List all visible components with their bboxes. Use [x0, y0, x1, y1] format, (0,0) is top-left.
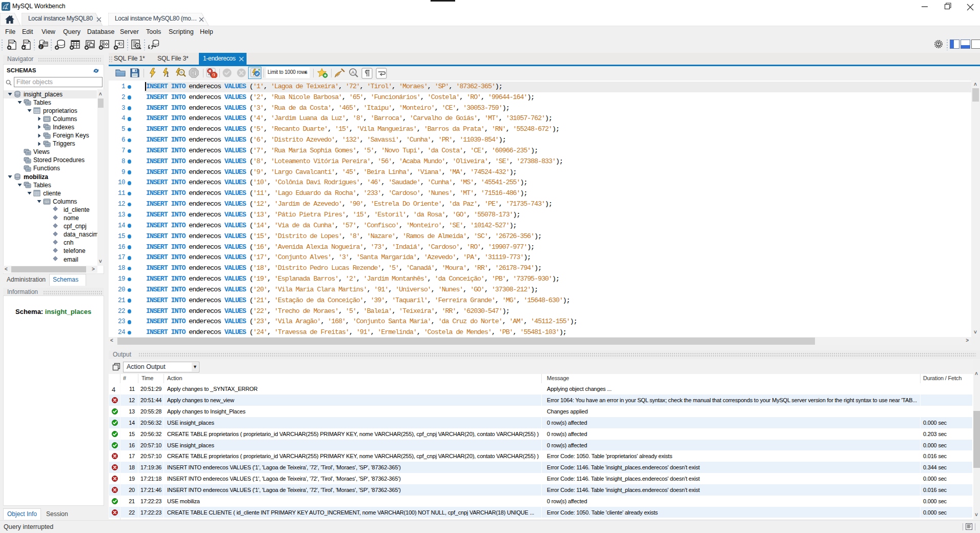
- svg-text:SQL: SQL: [24, 41, 30, 44]
- svg-text:SQL: SQL: [9, 41, 15, 44]
- svg-text:A: A: [352, 70, 355, 75]
